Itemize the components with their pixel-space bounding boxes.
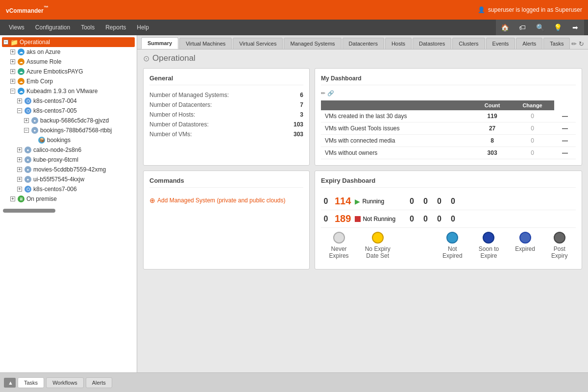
page-content: ⊙ Operational General Number of Managed … [137, 49, 588, 372]
dashboard-link-btn[interactable]: 🔗 [327, 90, 334, 97]
expiry-nr-cell-3: 0 [449, 215, 457, 223]
sidebar-item-on-premise[interactable]: + 🖥 On premise [9, 194, 135, 204]
expand-k8s-006[interactable]: + [17, 186, 23, 192]
expand-kube-proxy[interactable]: + [17, 157, 23, 163]
sidebar-item-kubeadm[interactable]: − ☁ Kubeadm 1.9.3 on VMware [9, 86, 135, 96]
nav-help[interactable]: Help [132, 22, 154, 33]
sidebar-item-k8s-005[interactable]: − ⬡ k8s-centos7-005 [16, 106, 135, 116]
metric-count: 303 [474, 147, 511, 159]
tab-actions: ✏ ↻ [571, 40, 584, 49]
expand-bookings-788[interactable]: − [24, 127, 29, 133]
search-icon-btn[interactable]: 🔍 [531, 20, 549, 35]
sidebar-item-assume-role[interactable]: + ☁ Assume Role [9, 57, 135, 67]
running-triangle-icon: ▶ [355, 197, 360, 205]
dashboard-edit-btn[interactable]: ✏ [321, 90, 325, 97]
metric-count: 119 [474, 110, 511, 122]
main-container: − 📁 Operational + ☁ aks on Azure + ☁ Ass… [0, 35, 588, 372]
tab-datastores[interactable]: Datastores [413, 38, 451, 49]
sidebar-item-emb-corp[interactable]: + ☁ Emb Corp [9, 76, 135, 86]
legend-soon: Soon toExpire [479, 232, 499, 259]
sidebar-item-k8s-004[interactable]: + ⬡ k8s-centos7-004 [16, 96, 135, 106]
movies-label: movies-5cddbb7559-42xmg [33, 166, 106, 173]
tab-tasks[interactable]: Tasks [543, 38, 570, 49]
metric-count: 8 [474, 135, 511, 147]
user-info: 👤 superuser is logged in as Superuser [478, 6, 582, 13]
add-managed-system-label: Add Managed System (private and public c… [157, 197, 285, 204]
expand-azure-emb[interactable]: + [10, 69, 16, 74]
bookings-label: bookings [47, 137, 71, 144]
col-count: Count [474, 100, 511, 110]
bottom-tab-workflows[interactable]: Workflows [46, 377, 84, 388]
bottom-tab-tasks[interactable]: Tasks [18, 377, 44, 388]
expand-k8s-004[interactable]: + [17, 98, 23, 104]
tab-alerts[interactable]: Alerts [516, 38, 542, 49]
expiry-cell-0: 0 [408, 197, 416, 206]
expand-calico[interactable]: + [17, 147, 23, 153]
expand-on-premise[interactable]: + [10, 196, 16, 202]
tab-hosts[interactable]: Hosts [385, 38, 412, 49]
tab-datacenters[interactable]: Datacenters [343, 38, 384, 49]
metric-dash: — [554, 147, 576, 159]
expand-bookings[interactable] [30, 137, 36, 143]
expand-backup[interactable]: + [24, 118, 29, 123]
k8s-005-label: k8s-centos7-005 [33, 107, 77, 114]
expand-emb-corp[interactable]: + [10, 78, 16, 84]
tab-virtual-services[interactable]: Virtual Services [233, 38, 283, 49]
app-header: vCommander™ 👤 superuser is logged in as … [0, 0, 588, 20]
sidebar-item-backup[interactable]: + ● backup-5686c5dc78-gjvzd [23, 116, 135, 125]
bookings-icon: 📦 [38, 136, 46, 144]
expand-k8s-005[interactable]: − [17, 108, 23, 114]
nav-reports[interactable]: Reports [100, 22, 131, 33]
cards-row-top: General Number of Managed Systems: 6 Num… [143, 68, 582, 166]
aks-label: aks on Azure [26, 49, 60, 55]
sidebar-item-bookings[interactable]: 📦 bookings [29, 135, 135, 145]
metric-dash: — [554, 135, 576, 147]
expand-operational[interactable]: − [3, 39, 9, 45]
logout-icon-btn[interactable]: ➡ [566, 20, 584, 35]
expand-kubeadm[interactable]: − [10, 88, 16, 94]
add-managed-system-link[interactable]: ⊕ Add Managed System (private and public… [149, 196, 303, 204]
metric-change: 0 [511, 122, 554, 135]
sidebar-item-bookings-788[interactable]: − ● bookings-788b6d7568-rtbbj [23, 125, 135, 135]
refresh-tab-btn[interactable]: ↻ [579, 40, 584, 48]
nav-views[interactable]: Views [4, 22, 29, 33]
content-area: Summary Virtual Machines Virtual Service… [137, 35, 588, 372]
tab-summary[interactable]: Summary [141, 37, 178, 49]
sidebar-item-kube-proxy[interactable]: + ● kube-proxy-6tcml [16, 155, 135, 165]
metric-label: VMs with connected media [321, 135, 474, 147]
tab-managed-systems[interactable]: Managed Systems [284, 38, 341, 49]
cards-row-bottom: Commands ⊕ Add Managed System (private a… [143, 171, 582, 270]
bottom-bar: ▲ Tasks Workflows Alerts [0, 372, 588, 392]
expand-movies[interactable]: + [17, 167, 23, 172]
azure-emb-icon: ☁ [17, 68, 25, 75]
sidebar-item-movies[interactable]: + ● movies-5cddbb7559-42xmg [16, 165, 135, 174]
expand-aks[interactable]: + [10, 49, 16, 55]
expand-assume-role[interactable]: + [10, 59, 16, 65]
expand-ui[interactable]: + [17, 176, 23, 182]
edit-tab-btn[interactable]: ✏ [571, 40, 577, 48]
sidebar-item-k8s-006[interactable]: + ⬡ k8s-centos7-006 [16, 184, 135, 194]
tab-clusters[interactable]: Clusters [452, 38, 485, 49]
bottom-tab-alerts[interactable]: Alerts [86, 377, 112, 388]
kube-proxy-icon: ● [24, 156, 32, 164]
running-label: Running [362, 198, 384, 205]
expiry-running-row: 0 114 ▶ Running 0 0 0 0 [321, 193, 576, 210]
sidebar-item-operational[interactable]: − 📁 Operational [2, 37, 135, 47]
sidebar-item-calico[interactable]: + ● calico-node-2s8n6 [16, 145, 135, 155]
ui-icon: ● [24, 175, 32, 183]
sidebar-item-ui[interactable]: + ● ui-b55f57545-4kxjw [16, 174, 135, 184]
tag-icon-btn[interactable]: 🏷 [514, 20, 531, 35]
bottom-toggle-btn[interactable]: ▲ [4, 378, 16, 388]
home-icon-btn[interactable]: 🏠 [496, 20, 514, 35]
expiry-cell-2: 0 [435, 197, 443, 206]
dashboard-card-title: My Dashboard [321, 74, 576, 85]
bulb-icon-btn[interactable]: 💡 [549, 20, 566, 35]
sidebar-item-azure-emb[interactable]: + ☁ Azure EmboticsPAYG [9, 67, 135, 76]
tab-events[interactable]: Events [486, 38, 515, 49]
sidebar-item-aks[interactable]: + ☁ aks on Azure [9, 47, 135, 57]
nav-configuration[interactable]: Configuration [30, 22, 75, 33]
dashboard-card: My Dashboard ✏ 🔗 Count Change [315, 68, 582, 166]
legend-no-expiry: No ExpiryDate Set [365, 232, 391, 259]
nav-tools[interactable]: Tools [76, 22, 99, 33]
tab-virtual-machines[interactable]: Virtual Machines [179, 38, 232, 49]
